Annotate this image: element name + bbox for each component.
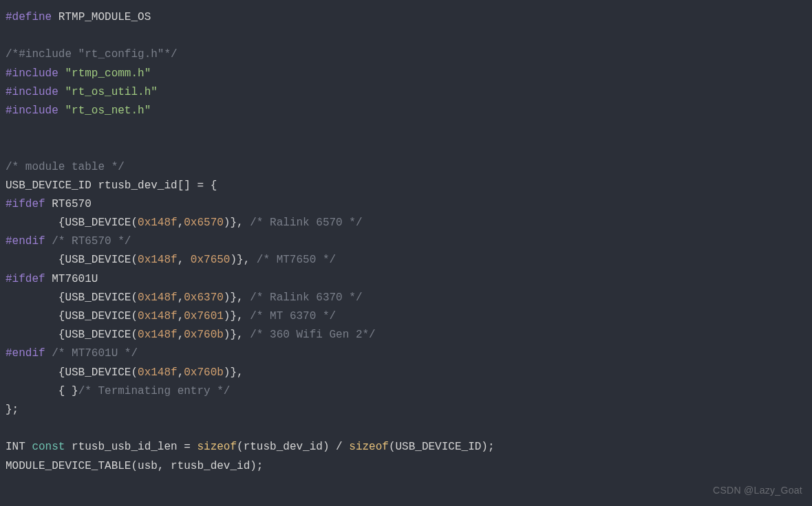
code-block: #define RTMP_MODULE_OS /*#include "rt_co… <box>6 8 806 476</box>
code-token: /* Ralink 6370 */ <box>250 292 362 304</box>
code-token: 0x760b <box>184 366 224 379</box>
code-token: #include <box>6 104 58 117</box>
code-token: /*#include "rt_config.h"*/ <box>6 48 178 60</box>
code-line: {USB_DEVICE(0x148f,0x6570)}, /* Ralink 6… <box>6 214 806 232</box>
code-line: #include "rt_os_net.h" <box>6 102 806 120</box>
code-token: { } <box>6 385 78 397</box>
code-line <box>6 419 806 438</box>
code-line: {USB_DEVICE(0x148f,0x7601)}, /* MT 6370 … <box>6 307 806 326</box>
code-line <box>6 27 806 45</box>
code-token: 0x148f <box>138 366 178 379</box>
code-token: "rtmp_comm.h" <box>65 67 151 80</box>
code-token: 0x760b <box>184 329 224 341</box>
code-line: /*#include "rt_config.h"*/ <box>6 45 806 64</box>
code-token: const <box>32 441 65 453</box>
code-token: RT6570 <box>45 198 92 210</box>
code-token: /* module table */ <box>6 161 125 173</box>
code-token: )}, <box>230 254 256 266</box>
code-token: {USB_DEVICE( <box>6 366 138 379</box>
code-token: , <box>178 254 191 266</box>
code-token: 0x7601 <box>184 310 224 322</box>
code-line: }; <box>6 401 806 419</box>
code-token: MODULE_DEVICE_TABLE(usb, rtusb_dev_id); <box>6 460 263 472</box>
code-token: INT <box>6 441 32 453</box>
code-token: )}, <box>224 366 244 379</box>
code-line: { }/* Terminating entry */ <box>6 382 806 401</box>
code-line: #define RTMP_MODULE_OS <box>6 8 806 27</box>
code-token: /* Ralink 6570 */ <box>250 217 362 229</box>
code-token <box>45 235 52 248</box>
code-line: {USB_DEVICE(0x148f,0x760b)}, <box>6 364 806 382</box>
code-token <box>45 347 52 360</box>
code-token: , <box>178 292 184 304</box>
code-token: {USB_DEVICE( <box>6 329 138 341</box>
code-token: sizeof <box>349 441 389 453</box>
code-line: #include "rt_os_util.h" <box>6 83 806 102</box>
code-token: , <box>178 329 184 341</box>
code-line: MODULE_DEVICE_TABLE(usb, rtusb_dev_id); <box>6 457 806 476</box>
code-token: /* MT7650 */ <box>257 254 336 266</box>
code-line: #ifdef RT6570 <box>6 195 806 214</box>
watermark-text: CSDN @Lazy_Goat <box>713 483 802 499</box>
code-token: 0x148f <box>138 254 178 266</box>
code-token: )}, <box>224 329 250 341</box>
code-token: 0x148f <box>138 292 178 304</box>
code-line <box>6 120 806 139</box>
code-token: 0x148f <box>138 329 178 341</box>
code-token: 0x148f <box>138 310 178 322</box>
code-line: {USB_DEVICE(0x148f,0x6370)}, /* Ralink 6… <box>6 289 806 307</box>
code-token <box>58 104 65 117</box>
code-token: }; <box>6 404 19 416</box>
code-token: {USB_DEVICE( <box>6 217 138 229</box>
code-line: {USB_DEVICE(0x148f, 0x7650)}, /* MT7650 … <box>6 251 806 270</box>
code-token: "rt_os_util.h" <box>65 86 157 98</box>
code-token: 0x7650 <box>191 254 231 266</box>
code-token: 0x6570 <box>184 217 224 229</box>
code-token: {USB_DEVICE( <box>6 310 138 322</box>
code-token: 0x6370 <box>184 292 224 304</box>
code-token: /* 360 Wifi Gen 2*/ <box>250 329 375 341</box>
code-token: /* Terminating entry */ <box>78 385 231 397</box>
code-line: #ifdef MT7601U <box>6 270 806 289</box>
code-token: 0x148f <box>138 217 178 229</box>
code-token: , <box>178 310 184 322</box>
code-token: )}, <box>224 217 250 229</box>
code-line: #endif /* RT6570 */ <box>6 232 806 251</box>
code-line: /* module table */ <box>6 158 806 177</box>
code-line: INT const rtusb_usb_id_len = sizeof(rtus… <box>6 438 806 456</box>
code-token: RTMP_MODULE_OS <box>52 11 151 23</box>
code-token: #define <box>6 11 52 23</box>
code-token: #include <box>6 86 58 98</box>
code-token: MT7601U <box>45 273 98 285</box>
code-token: #endif <box>6 235 45 248</box>
code-token: /* MT 6370 */ <box>250 310 336 322</box>
code-token: )}, <box>224 310 250 322</box>
code-token: /* MT7601U */ <box>52 347 138 360</box>
code-token: )}, <box>224 292 250 304</box>
code-token: rtusb_usb_id_len = <box>65 441 197 453</box>
code-line <box>6 139 806 157</box>
code-token: #endif <box>6 347 45 360</box>
code-token: #ifdef <box>6 273 45 285</box>
code-token: (rtusb_dev_id) / <box>237 441 349 453</box>
code-token: "rt_os_net.h" <box>65 104 151 117</box>
code-line: #include "rtmp_comm.h" <box>6 65 806 83</box>
code-token: #include <box>6 67 58 80</box>
code-token: /* RT6570 */ <box>52 235 131 248</box>
code-token: sizeof <box>197 441 237 453</box>
code-token: (USB_DEVICE_ID); <box>389 441 495 453</box>
code-token: , <box>178 217 184 229</box>
code-token <box>58 67 65 80</box>
code-token: , <box>178 366 184 379</box>
code-token <box>58 86 65 98</box>
code-token: {USB_DEVICE( <box>6 292 138 304</box>
code-token: {USB_DEVICE( <box>6 254 138 266</box>
code-token: #ifdef <box>6 198 45 210</box>
code-line: #endif /* MT7601U */ <box>6 344 806 363</box>
code-token: USB_DEVICE_ID rtusb_dev_id[] = { <box>6 179 217 192</box>
code-line: {USB_DEVICE(0x148f,0x760b)}, /* 360 Wifi… <box>6 326 806 344</box>
code-line: USB_DEVICE_ID rtusb_dev_id[] = { <box>6 177 806 195</box>
